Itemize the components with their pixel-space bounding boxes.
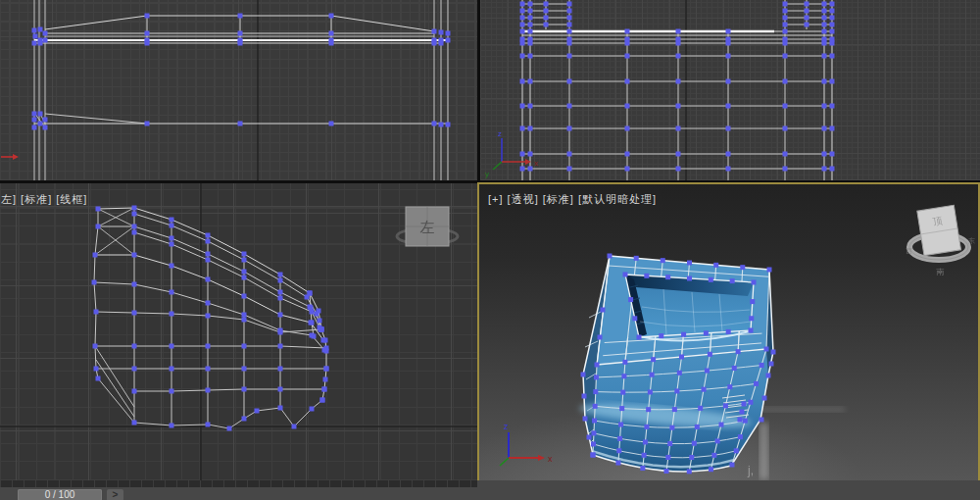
axis-tripod: zx bbox=[500, 422, 553, 466]
perspective-view-model: j,zx顶南西东 bbox=[479, 184, 978, 480]
svg-text:j,: j, bbox=[747, 464, 754, 477]
time-slider-thumb[interactable]: 0 / 100 bbox=[18, 489, 102, 500]
next-frame-button[interactable]: > bbox=[107, 489, 123, 500]
front-view-vertices bbox=[520, 2, 835, 172]
view-cube[interactable]: 顶南西东 bbox=[906, 205, 975, 276]
svg-text:西: 西 bbox=[906, 247, 912, 255]
viewport-left-label[interactable]: 左] [标准] [线框] bbox=[1, 192, 87, 207]
left-view-wireframe: 左 bbox=[0, 183, 477, 480]
viewport-front[interactable]: zxy bbox=[480, 0, 980, 180]
svg-text:x: x bbox=[534, 159, 538, 168]
world-axis-x-icon bbox=[1, 154, 19, 160]
svg-text:x: x bbox=[548, 454, 553, 464]
top-view-vertices bbox=[32, 14, 451, 130]
svg-text:南: 南 bbox=[936, 268, 945, 276]
3dsmax-viewport-area: zxy 左] [标准] [线框] 左 [+] [透视] [标准] [默认明暗处理… bbox=[0, 0, 980, 500]
cavity bbox=[625, 275, 754, 340]
viewport-left[interactable]: 左] [标准] [线框] 左 bbox=[0, 183, 477, 480]
viewport-top[interactable] bbox=[0, 0, 477, 180]
svg-text:y: y bbox=[485, 170, 489, 178]
top-view-wireframe bbox=[0, 0, 477, 180]
track-bar-ticks[interactable] bbox=[0, 480, 477, 487]
viewport-perspective[interactable]: [+] [透视] [标准] [默认明暗处理] j,zx顶南西东 bbox=[477, 182, 980, 482]
view-cube-left[interactable]: 左 bbox=[397, 207, 458, 246]
svg-text:z: z bbox=[504, 422, 509, 431]
svg-text:顶: 顶 bbox=[932, 215, 944, 226]
svg-text:左: 左 bbox=[420, 219, 435, 235]
timeline-bar: 0 / 100 > bbox=[0, 480, 980, 500]
front-view-wireframe: zxy bbox=[480, 0, 980, 180]
svg-text:东: 东 bbox=[968, 237, 975, 244]
svg-text:z: z bbox=[498, 129, 502, 138]
top-view-mesh bbox=[34, 0, 448, 180]
viewport-perspective-label[interactable]: [+] [透视] [标准] [默认明暗处理] bbox=[488, 192, 657, 207]
